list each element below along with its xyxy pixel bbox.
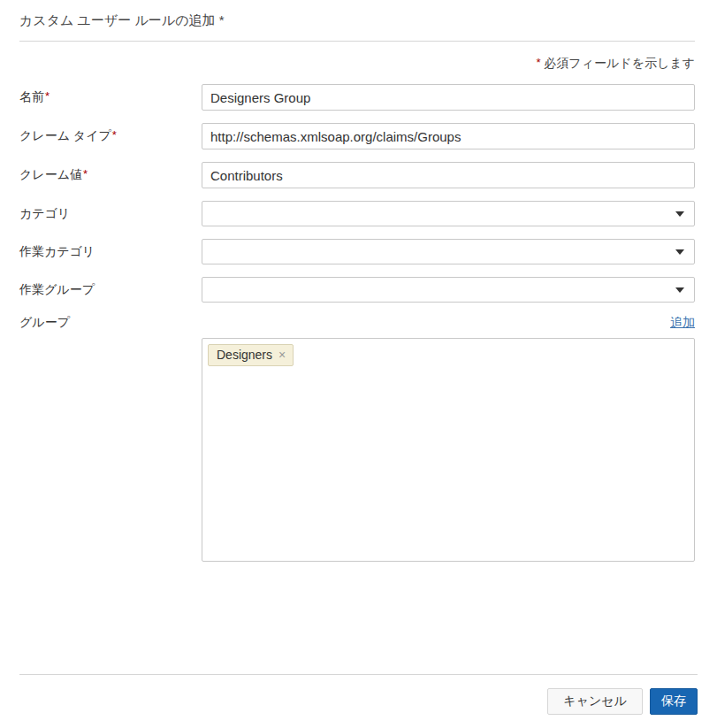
work-category-label: 作業カテゴリ [19,244,202,260]
remove-tag-icon[interactable]: × [278,349,286,361]
category-row: カテゴリ [19,201,695,226]
required-fields-note: * 必須フィールドを示します [19,56,695,72]
work-group-label: 作業グループ [19,282,202,298]
claim-type-input[interactable] [202,123,695,149]
category-label: カテゴリ [19,206,202,222]
dialog-footer: キャンセル 保存 [0,674,717,728]
claim-type-required-asterisk: * [112,128,117,142]
claim-value-label: クレーム値* [19,167,202,183]
work-group-row: 作業グループ [19,277,695,303]
claim-value-required-asterisk: * [83,167,88,180]
work-category-dropdown[interactable] [202,239,695,264]
name-required-asterisk: * [45,89,50,103]
work-group-dropdown[interactable] [202,277,695,303]
claim-value-input[interactable] [202,162,695,188]
group-tag-designers: Designers × [208,344,294,366]
cancel-button[interactable]: キャンセル [547,688,643,715]
footer-divider [19,674,698,675]
name-label: 名前* [19,89,202,105]
chevron-down-icon [675,287,684,293]
groups-label: グループ [19,315,70,331]
chevron-down-icon [675,211,684,217]
claim-value-row: クレーム値* [19,162,695,188]
required-note-text: 必須フィールドを示します [540,56,695,70]
groups-add-link[interactable]: 追加 [670,315,695,331]
work-category-row: 作業カテゴリ [19,239,695,264]
category-dropdown[interactable] [202,201,695,226]
title-divider [19,41,695,42]
group-tag-label: Designers [217,348,272,362]
name-input[interactable] [202,84,695,111]
groups-listbox[interactable]: Designers × [202,338,695,562]
groups-header: グループ 追加 [19,315,695,331]
add-custom-user-rule-dialog: カスタム ユーザー ルールの追加 * * 必須フィールドを示します 名前* クレ… [0,0,717,562]
claim-type-label: クレーム タイプ* [19,128,202,144]
chevron-down-icon [675,249,684,255]
dialog-title: カスタム ユーザー ルールの追加 * [19,12,695,41]
save-button[interactable]: 保存 [650,688,698,715]
claim-type-row: クレーム タイプ* [19,123,695,149]
name-row: 名前* [19,84,695,111]
